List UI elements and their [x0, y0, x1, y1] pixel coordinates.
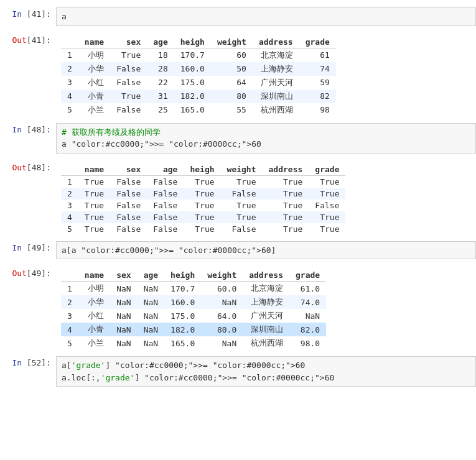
- table-header: sex: [110, 36, 147, 48]
- row-index: 1: [61, 282, 78, 296]
- cell-label-in49: In [49]:: [0, 241, 56, 260]
- code-line: a: [62, 11, 470, 23]
- cell-address: True: [263, 188, 309, 200]
- table-row: 5小兰False25165.055杭州西湖98: [61, 103, 336, 117]
- cell-address: 上海静安: [253, 62, 299, 76]
- cell-sex: False: [110, 103, 147, 117]
- cell-weight: 50: [211, 62, 253, 76]
- cell-weight: 60.0: [201, 282, 243, 296]
- cell-in49: In [49]:a[a "color:#cc0000;">>= "color:#…: [0, 239, 476, 262]
- cell-out41: Out[41]:namesexageheighweightaddressgrad…: [0, 31, 476, 121]
- cell-address: True: [263, 200, 309, 211]
- row-index: 1: [61, 48, 78, 62]
- row-index: 4: [61, 323, 78, 336]
- cell-name: 小明: [78, 282, 110, 296]
- table-row: 2小华NaNNaN160.0NaN上海静安74.0: [61, 295, 326, 309]
- cell-out48: Out[48]:namesexageheighweightaddressgrad…: [0, 159, 476, 239]
- table-header: weight: [211, 36, 253, 48]
- table-header: grade: [309, 163, 345, 176]
- cell-number: [48]:: [27, 163, 51, 172]
- cell-name: 小明: [78, 48, 110, 62]
- cell-heigh: 182.0: [164, 323, 201, 336]
- table-header: age: [138, 269, 164, 282]
- cell-label-in48: In [48]:: [0, 123, 56, 154]
- cell-address: True: [263, 175, 309, 188]
- cell-address: 广州天河: [253, 76, 299, 90]
- cell-in52: In [52]:a['grade'] "color:#cc0000;">>= "…: [0, 354, 476, 389]
- cell-weight: 55: [211, 103, 253, 117]
- cell-age: False: [147, 211, 184, 223]
- cell-weight: NaN: [201, 336, 243, 350]
- row-index: 2: [61, 188, 78, 200]
- cell-sex: False: [110, 175, 147, 188]
- row-index: 3: [61, 200, 78, 211]
- cell-heigh: 170.7: [174, 48, 211, 62]
- cell-grade: NaN: [289, 309, 326, 323]
- cell-content-in52[interactable]: a['grade'] "color:#cc0000;">>= "color:#0…: [56, 356, 476, 387]
- cell-sex: False: [110, 223, 147, 235]
- table-row: 4TrueFalseFalseTrueTrueTrueTrue: [61, 211, 345, 223]
- cell-name: 小红: [78, 76, 110, 90]
- row-index: 5: [61, 103, 78, 117]
- cell-grade: 61.0: [289, 282, 326, 296]
- cell-sex: False: [110, 188, 147, 200]
- cell-sex: True: [110, 48, 147, 62]
- cell-out49: Out[49]:namesexageheighweightaddressgrad…: [0, 264, 476, 354]
- cell-weight: True: [221, 175, 263, 188]
- cell-grade: 61: [299, 48, 336, 62]
- code-line: a.loc[:,'grade'] "color:#cc0000;">>= "co…: [62, 372, 470, 384]
- cell-content-in48[interactable]: # 获取所有考绩及格的同学a "color:#cc0000;">>= "colo…: [56, 123, 476, 154]
- table-row: 3小红NaNNaN175.064.0广州天河NaN: [61, 309, 326, 323]
- cell-name: True: [78, 200, 110, 211]
- cell-content-in41[interactable]: a: [56, 7, 476, 26]
- row-index: 2: [61, 62, 78, 76]
- cell-name: 小兰: [78, 103, 110, 117]
- table-header: [61, 163, 78, 176]
- cell-sex: True: [110, 90, 147, 103]
- cell-age: 22: [147, 76, 174, 90]
- table-row: 2小华False28160.050上海静安74: [61, 62, 336, 76]
- cell-name: 小青: [78, 90, 110, 103]
- cell-heigh: True: [184, 223, 220, 235]
- cell-sex: False: [110, 76, 147, 90]
- cell-weight: 80: [211, 90, 253, 103]
- table-header: name: [78, 163, 110, 176]
- cell-age: NaN: [138, 336, 164, 350]
- table-header: address: [243, 269, 289, 282]
- cell-name: True: [78, 211, 110, 223]
- table-header: age: [147, 163, 184, 176]
- cell-age: False: [147, 223, 184, 235]
- cell-address: 深圳南山: [243, 323, 289, 336]
- table-row: 3TrueFalseFalseTrueTrueTrueFalse: [61, 200, 345, 211]
- table-header: [61, 269, 78, 282]
- cell-age: 25: [147, 103, 174, 117]
- out-label: Out: [12, 163, 26, 172]
- cell-sex: NaN: [110, 282, 137, 296]
- table-header: name: [78, 269, 110, 282]
- table-header: sex: [110, 269, 137, 282]
- cell-heigh: 160.0: [174, 62, 211, 76]
- cell-grade: 74.0: [289, 295, 326, 309]
- cell-weight: NaN: [201, 295, 243, 309]
- cell-heigh: 165.0: [164, 336, 201, 350]
- cell-weight: 60: [211, 48, 253, 62]
- code-line: a['grade'] "color:#cc0000;">>= "color:#0…: [62, 359, 470, 372]
- cell-number: [49]:: [27, 269, 51, 278]
- cell-grade: 82.0: [289, 323, 326, 336]
- cell-address: 杭州西湖: [253, 103, 299, 117]
- cell-grade: 98: [299, 103, 336, 117]
- cell-grade: True: [309, 223, 345, 235]
- cell-weight: True: [221, 211, 263, 223]
- cell-content-in49[interactable]: a[a "color:#cc0000;">>= "color:#0000cc;"…: [56, 241, 476, 260]
- out-label: Out: [12, 269, 26, 278]
- cell-number: [52]:: [27, 358, 51, 367]
- cell-name: True: [78, 188, 110, 200]
- cell-sex: False: [110, 211, 147, 223]
- table-header: address: [263, 163, 309, 176]
- cell-label-out49: Out[49]:: [0, 267, 56, 351]
- cell-number: [49]:: [27, 243, 51, 252]
- cell-heigh: True: [184, 188, 220, 200]
- cell-sex: False: [110, 62, 147, 76]
- cell-label-in52: In [52]:: [0, 356, 56, 387]
- cell-sex: NaN: [110, 309, 137, 323]
